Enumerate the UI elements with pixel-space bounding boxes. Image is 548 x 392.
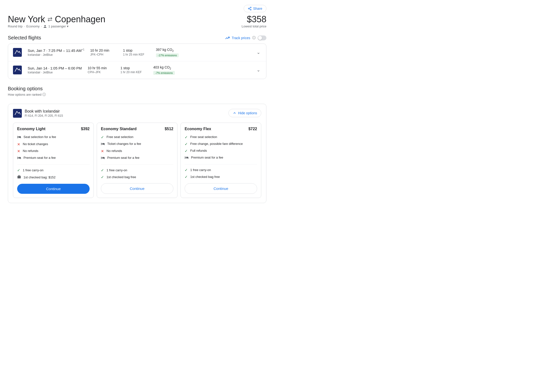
fare-bags-list: ✓ 1 free carry-on ✓ 1st checked bag free: [185, 164, 257, 179]
x-icon: ✕: [101, 149, 104, 153]
price-block: $358 Lowest total price: [242, 14, 266, 28]
fare-feature: ✕ No ticket changes: [17, 142, 90, 147]
selected-flights-title: Selected flights: [8, 35, 41, 41]
destination: Copenhagen: [55, 14, 105, 24]
fare-bag-text: 1 free carry-on: [190, 168, 211, 172]
flight-2-expand-button[interactable]: ⌄: [256, 66, 261, 74]
flight-1-times: Sun, Jan 7 · 7:25 PM – 11:45 AM+1 Icelan…: [28, 48, 84, 57]
fare-bag-item: ✓ 1 free carry-on: [17, 168, 90, 173]
page-header: New York ⇄ Copenhagen Round trip · Econo…: [8, 14, 266, 34]
svg-line-3: [249, 9, 250, 10]
booking-airline-name: Book with Icelandair: [25, 109, 63, 114]
fare-bag-text: 1 free carry-on: [23, 168, 44, 172]
fare-features-list: ✓ Free seat selection Ticket changes for…: [101, 135, 173, 165]
flight-row: Sun, Jan 14 · 1:05 PM – 6:00 PM Icelanda…: [8, 61, 266, 79]
svg-rect-5: [13, 48, 22, 57]
flight-2-emissions: 403 kg CO2 -7% emissions: [153, 65, 250, 75]
fare-bag-text: 1st checked bag free: [190, 175, 220, 179]
fare-feature: Seat selection for a fee: [17, 135, 90, 140]
track-prices-info-icon[interactable]: ⓘ: [252, 36, 256, 40]
fare-feature-text: Premium seat for a fee: [191, 156, 223, 159]
emissions-badge: -7% emissions: [153, 71, 175, 75]
flight-2-times: Sun, Jan 14 · 1:05 PM – 6:00 PM Icelanda…: [28, 66, 82, 74]
fare-bag-item: ✓ 1 free carry-on: [185, 168, 257, 172]
booking-card: Book with Icelandair FI 614, FI 204, FI …: [8, 104, 266, 203]
seat-icon: [17, 156, 21, 161]
fare-header: Economy Light $392: [17, 127, 90, 131]
booking-options-section: Booking options How options are ranked ⓘ…: [8, 86, 266, 203]
flights-container: Sun, Jan 7 · 7:25 PM – 11:45 AM+1 Icelan…: [8, 44, 266, 79]
check-icon: ✓: [101, 175, 104, 179]
fare-bags-list: ✓ 1 free carry-on 1st checked bag: $152: [17, 165, 90, 180]
flight-1-expand-button[interactable]: ⌄: [256, 49, 261, 56]
track-prices-label: Track prices: [232, 36, 250, 40]
share-button[interactable]: Share: [244, 5, 266, 12]
fare-bag-text: 1st checked bag: $152: [24, 175, 56, 179]
fare-feature-text: Free seat selection: [107, 135, 133, 139]
hide-options-button[interactable]: Hide options: [228, 109, 261, 117]
flight-row: Sun, Jan 7 · 7:25 PM – 11:45 AM+1 Icelan…: [8, 44, 266, 61]
fare-name: Economy Standard: [101, 127, 137, 131]
flight-2-duration: 10 hr 55 min CPH–JFK: [88, 66, 115, 74]
fare-features-list: ✓ Free seat selection ✓ Free change, pos…: [185, 135, 257, 164]
booking-options-subtitle: How options are ranked ⓘ: [8, 92, 46, 97]
booking-options-header: Booking options How options are ranked ⓘ: [8, 86, 266, 101]
fare-price: $392: [81, 127, 90, 131]
fare-feature-text: Free change, possible fare difference: [190, 142, 243, 146]
svg-rect-7: [13, 109, 22, 118]
fare-feature-text: Ticket changes for a fee: [107, 142, 141, 146]
bag-icon: [17, 175, 21, 180]
check-icon: ✓: [101, 168, 104, 173]
fare-features-list: Seat selection for a fee ✕ No ticket cha…: [17, 135, 90, 165]
fare-feature: Premium seat for a fee: [101, 156, 173, 161]
track-prices-toggle[interactable]: [258, 35, 266, 40]
booking-card-header: Book with Icelandair FI 614, FI 204, FI …: [13, 109, 261, 118]
continue-button-economy-flex[interactable]: Continue: [185, 183, 257, 194]
fare-header: Economy Flex $722: [185, 127, 257, 131]
flight-1-time-range: Sun, Jan 7 · 7:25 PM – 11:45 AM+1: [28, 48, 84, 53]
fare-feature: ✓ Free change, possible fare difference: [185, 142, 257, 146]
svg-rect-6: [13, 66, 22, 74]
seat-icon: [17, 135, 21, 140]
fare-feature: Premium seat for a fee: [17, 156, 90, 161]
continue-button-economy-standard[interactable]: Continue: [101, 183, 173, 194]
route-arrow: ⇄: [48, 16, 52, 23]
trip-type: Round trip: [8, 24, 23, 28]
fare-price: $512: [165, 127, 173, 131]
booking-options-info-icon[interactable]: ⓘ: [42, 92, 46, 97]
airline-logo-icon: [13, 66, 22, 74]
fare-feature: ✕ No refunds: [101, 149, 173, 153]
fare-bag-text: 1st checked bag free: [107, 175, 136, 179]
selected-flights-header: Selected flights Track prices ⓘ: [8, 35, 266, 41]
fare-feature: ✕ No refunds: [17, 149, 90, 153]
booking-flight-numbers: FI 614, FI 204, FI 205, FI 615: [25, 114, 63, 117]
route-title: New York ⇄ Copenhagen Round trip · Econo…: [8, 14, 105, 34]
check-icon: ✓: [17, 168, 20, 173]
fare-feature-text: Premium seat for a fee: [24, 156, 56, 160]
fare-feature-text: No ticket changes: [23, 142, 48, 146]
flight-2-stops: 1 stop 1 hr 20 min KEF: [120, 66, 147, 74]
seat-icon: [185, 156, 189, 160]
fare-price: $722: [248, 127, 257, 131]
continue-button-economy-light[interactable]: Continue: [17, 184, 90, 194]
airline-logo-icon: [13, 48, 22, 57]
total-price: $358: [242, 14, 266, 24]
cabin-class: Economy: [26, 24, 40, 28]
booking-airline-info: Book with Icelandair FI 614, FI 204, FI …: [13, 109, 63, 118]
fare-name: Economy Flex: [185, 127, 211, 131]
fare-card-economy-standard: Economy Standard $512 ✓ Free seat select…: [97, 123, 178, 198]
flight-1-stops: 1 stop 1 hr 25 min KEF: [123, 48, 150, 56]
fare-feature-text: Full refunds: [190, 149, 207, 152]
check-icon: ✓: [185, 168, 188, 172]
passenger-selector[interactable]: 1 passenger ▾: [48, 24, 69, 28]
track-prices-control: Track prices ⓘ: [225, 35, 266, 40]
fare-feature: ✓ Free seat selection: [185, 135, 257, 139]
fare-feature-text: No refunds: [23, 149, 38, 153]
fare-feature-text: No refunds: [107, 149, 122, 153]
x-icon: ✕: [17, 142, 20, 147]
check-icon: ✓: [101, 135, 104, 139]
x-icon: ✕: [17, 149, 20, 153]
flight-2-airlines: Icelandair · JetBlue: [28, 71, 82, 74]
emissions-badge: -17% emissions: [156, 53, 179, 57]
check-icon: ✓: [185, 149, 188, 153]
